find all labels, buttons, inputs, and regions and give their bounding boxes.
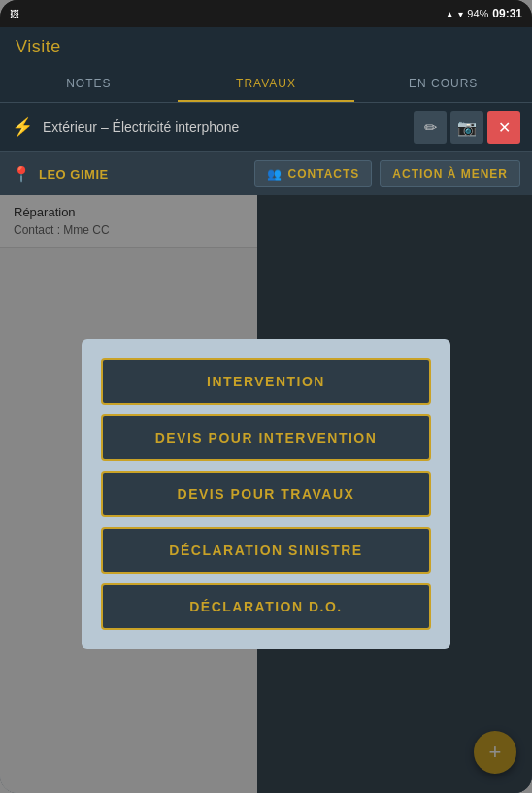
tab-en-cours[interactable]: EN COURS bbox=[354, 67, 532, 102]
signal-icon: ▲ bbox=[445, 9, 454, 19]
content-area: Réparation Contact : Mme CC + INTERVENTI… bbox=[0, 195, 532, 793]
action-button[interactable]: ACTION À MENER bbox=[380, 160, 520, 187]
contacts-icon: 👥 bbox=[267, 167, 283, 181]
devis-travaux-button[interactable]: DEVIS POUR TRAVAUX bbox=[101, 471, 431, 517]
contact-bar: 📍 LEO GIMIE 👥 CONTACTS ACTION À MENER bbox=[0, 152, 532, 195]
tab-travaux[interactable]: TRAVAUX bbox=[178, 67, 355, 102]
contacts-label: CONTACTS bbox=[288, 167, 360, 181]
tab-notes[interactable]: NOTES bbox=[0, 67, 178, 102]
image-icon: 🖼 bbox=[10, 9, 19, 19]
action-modal: INTERVENTION DEVIS POUR INTERVENTION DEV… bbox=[82, 339, 450, 649]
app-title: Visite bbox=[16, 37, 61, 56]
close-location-button[interactable]: ✕ bbox=[487, 111, 520, 144]
devis-intervention-button[interactable]: DEVIS POUR INTERVENTION bbox=[101, 414, 431, 461]
status-bar-left: 🖼 bbox=[10, 9, 19, 19]
app-header: Visite bbox=[0, 27, 532, 67]
edit-button[interactable]: ✏ bbox=[414, 111, 447, 144]
lightning-icon: ⚡ bbox=[12, 116, 33, 138]
intervention-button[interactable]: INTERVENTION bbox=[101, 358, 431, 405]
app-container: Visite NOTES TRAVAUX EN COURS ⚡ Extérieu… bbox=[0, 27, 532, 793]
tabs-bar: NOTES TRAVAUX EN COURS bbox=[0, 67, 532, 103]
status-bar: 🖼 ▲ ▾ 94% 09:31 bbox=[0, 0, 532, 27]
location-text: Extérieur – Électricité interphone bbox=[43, 119, 404, 135]
location-bar: ⚡ Extérieur – Électricité interphone ✏ 📷… bbox=[0, 103, 532, 152]
clock: 09:31 bbox=[492, 7, 522, 20]
wifi-icon: ▾ bbox=[458, 9, 463, 19]
pin-icon: 📍 bbox=[12, 165, 31, 183]
camera-button[interactable]: 📷 bbox=[450, 111, 483, 144]
declaration-do-button[interactable]: DÉCLARATION D.O. bbox=[101, 583, 431, 630]
battery-percent: 94% bbox=[467, 8, 488, 19]
action-label: ACTION À MENER bbox=[392, 167, 508, 181]
contacts-button[interactable]: 👥 CONTACTS bbox=[254, 160, 373, 187]
location-actions: ✏ 📷 ✕ bbox=[414, 111, 520, 144]
status-bar-right: ▲ ▾ 94% 09:31 bbox=[445, 7, 522, 20]
declaration-sinistre-button[interactable]: DÉCLARATION SINISTRE bbox=[101, 527, 431, 574]
modal-overlay[interactable]: INTERVENTION DEVIS POUR INTERVENTION DEV… bbox=[0, 195, 532, 793]
device-frame: 🖼 ▲ ▾ 94% 09:31 Visite NOTES TRAVAUX EN … bbox=[0, 0, 532, 793]
client-name: LEO GIMIE bbox=[39, 167, 109, 182]
